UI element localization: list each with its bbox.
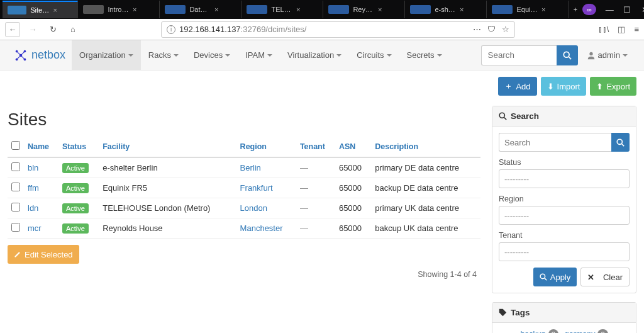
browser-tab[interactable]: TELEHOUSE London (M × — [242, 1, 323, 18]
region-link[interactable]: Manchester — [240, 223, 283, 233]
site-name-link[interactable]: ldn — [28, 203, 38, 213]
filter-search-input[interactable] — [499, 133, 611, 152]
export-button[interactable]: ⬆Export — [590, 77, 636, 96]
nav-organization[interactable]: Organization — [72, 40, 141, 71]
browser-tab[interactable]: Equinix FR5 - Data Cen × — [487, 1, 569, 18]
tag-item[interactable]: germany 2 — [565, 329, 608, 333]
asn-cell: 65000 — [335, 178, 371, 198]
import-button[interactable]: ⬇Import — [541, 77, 587, 96]
tracking-protection-icon[interactable]: 🛡 — [487, 25, 496, 34]
more-actions-icon[interactable]: ⋯ — [473, 25, 481, 34]
download-icon: ⬇ — [547, 82, 554, 91]
row-checkbox[interactable] — [11, 223, 20, 232]
edit-selected-button[interactable]: Edit Selected — [8, 245, 79, 264]
close-icon[interactable]: × — [378, 6, 399, 13]
close-icon[interactable]: × — [53, 6, 72, 14]
row-checkbox[interactable] — [11, 162, 20, 171]
nav-devices[interactable]: Devices — [186, 40, 238, 71]
apply-button[interactable]: Apply — [533, 268, 577, 286]
asn-cell: 65000 — [335, 198, 371, 218]
upload-icon: ⬆ — [596, 82, 603, 91]
browser-tab[interactable]: Sites - NetBox × — [3, 1, 78, 18]
nav-virtualization[interactable]: Virtualization — [280, 40, 349, 71]
global-search-button[interactable] — [557, 45, 578, 65]
region-link[interactable]: Frankfurt — [240, 183, 273, 193]
browser-tab[interactable]: Introduction - NetBox × — [78, 1, 160, 18]
facility-cell: Equinix FR5 — [99, 178, 236, 198]
favicon — [247, 5, 268, 14]
nav-ipam[interactable]: IPAM — [238, 40, 280, 71]
select-all-checkbox[interactable] — [11, 141, 20, 150]
description-cell: backup DE data centre — [371, 178, 480, 198]
site-name-link[interactable]: mcr — [28, 223, 42, 233]
browser-tab[interactable]: Data Center Map - Colo × — [160, 1, 242, 18]
col-status[interactable]: Status — [58, 136, 99, 157]
nav-circuits[interactable]: Circuits — [349, 40, 399, 71]
library-icon[interactable]: ⫿⫿\ — [598, 25, 609, 34]
favicon — [8, 6, 26, 14]
close-icon[interactable]: × — [133, 6, 154, 13]
status-select[interactable] — [499, 169, 630, 188]
bookmark-icon[interactable]: ☆ — [502, 25, 509, 34]
tenant-cell: — — [296, 218, 335, 239]
browser-titlebar: Sites - NetBox × Introduction - NetBox ×… — [0, 0, 644, 19]
url-host: 192.168.141.137 — [179, 25, 241, 34]
search-icon — [616, 138, 625, 147]
brand-text: netbox — [31, 48, 65, 62]
search-panel: Search Status Region Tena — [492, 106, 636, 293]
minimize-button[interactable]: — — [605, 5, 614, 14]
table-row: ffmActiveEquinix FR5Frankfurt—65000backu… — [8, 178, 480, 198]
home-button[interactable]: ⌂ — [65, 22, 80, 37]
forward-button[interactable]: → — [25, 22, 40, 37]
close-button[interactable]: ✕ — [640, 5, 644, 14]
tag-item[interactable]: backup 2 — [520, 329, 558, 333]
site-name-link[interactable]: ffm — [28, 183, 39, 193]
region-link[interactable]: London — [240, 203, 267, 213]
page-title: Sites — [8, 110, 480, 130]
menu-icon[interactable]: ≡ — [634, 25, 639, 34]
global-search — [481, 45, 578, 65]
status-badge: Active — [62, 223, 89, 234]
col-tenant[interactable]: Tenant — [296, 136, 335, 157]
nav-secrets[interactable]: Secrets — [399, 40, 450, 71]
brand-logo[interactable]: netbox — [8, 48, 72, 62]
col-region[interactable]: Region — [236, 136, 296, 157]
close-icon[interactable]: × — [460, 6, 481, 13]
tab-label: Reynolds House - Data — [353, 6, 374, 13]
add-button[interactable]: ＋Add — [498, 77, 536, 96]
tab-label: Sites - NetBox — [30, 6, 49, 14]
site-info-icon[interactable]: i — [167, 25, 175, 34]
close-icon[interactable]: × — [296, 6, 318, 13]
maximize-button[interactable]: ☐ — [623, 5, 631, 14]
facility-cell: Reynolds House — [99, 218, 236, 239]
browser-tab[interactable]: e-shelter Berlin - Data × — [405, 1, 487, 18]
close-icon[interactable]: × — [214, 6, 236, 13]
clear-button[interactable]: ✕ Clear — [580, 268, 630, 286]
row-checkbox[interactable] — [11, 203, 20, 212]
new-tab-button[interactable]: + — [569, 1, 582, 18]
browser-tab[interactable]: Reynolds House - Data × — [323, 1, 405, 18]
col-description[interactable]: Description — [371, 136, 480, 157]
table-row: ldnActiveTELEHOUSE London (Metro)London—… — [8, 198, 480, 218]
row-checkbox[interactable] — [11, 183, 20, 191]
tenant-label: Tenant — [499, 231, 630, 240]
sidebar-icon[interactable]: ◫ — [618, 25, 625, 34]
col-asn[interactable]: ASN — [335, 136, 371, 157]
tab-label: Introduction - NetBox — [108, 6, 129, 13]
back-button[interactable]: ← — [5, 22, 20, 37]
reload-button[interactable]: ↻ — [45, 22, 60, 37]
facility-cell: e-shelter Berlin — [99, 157, 236, 178]
region-select[interactable] — [499, 206, 630, 225]
user-menu[interactable]: admin — [578, 50, 636, 60]
filter-search-button[interactable] — [611, 133, 630, 152]
close-icon[interactable]: × — [541, 6, 563, 13]
tenant-select[interactable] — [499, 242, 630, 261]
region-link[interactable]: Berlin — [240, 163, 261, 172]
nav-racks[interactable]: Racks — [141, 40, 186, 71]
col-name[interactable]: Name — [24, 136, 58, 157]
plus-icon: ＋ — [504, 81, 513, 92]
site-name-link[interactable]: bln — [28, 163, 38, 172]
global-search-input[interactable] — [481, 45, 557, 65]
url-bar[interactable]: i 192.168.141.137:32769/dcim/sites/ ⋯ 🛡 … — [161, 21, 515, 38]
col-facility[interactable]: Facility — [99, 136, 236, 157]
